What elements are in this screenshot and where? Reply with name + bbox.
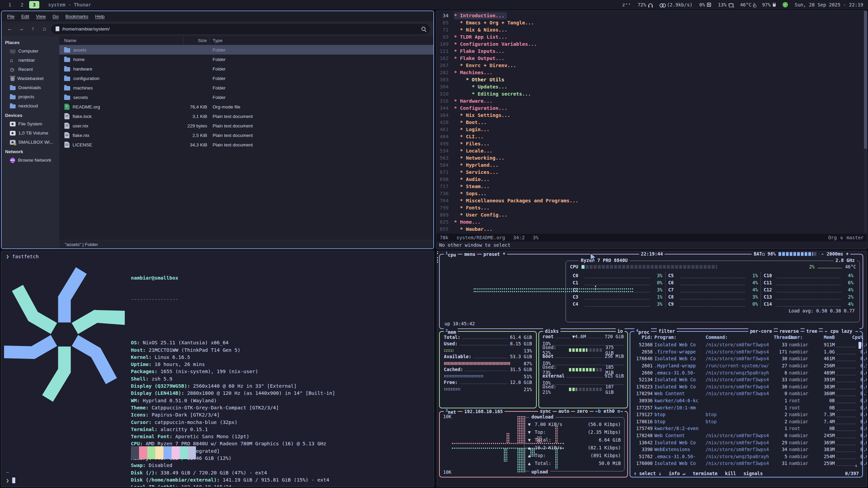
sidebar-item[interactable]: projects bbox=[2, 92, 59, 101]
org-heading-line[interactable]: 461 * Login... bbox=[436, 126, 864, 133]
org-heading-line[interactable]: 384 * Nix Settings... bbox=[436, 112, 864, 119]
file-row[interactable]: hardware Folder bbox=[59, 64, 433, 74]
idle-inhibitor-module[interactable]: zᶻᶻ bbox=[622, 2, 631, 7]
sidebar-item[interactable]: File System bbox=[2, 119, 59, 128]
per-core-button[interactable]: per-core bbox=[748, 328, 774, 334]
process-row[interactable]: 178294 Web Content /nix/store/sm8fmrf3wp… bbox=[630, 390, 862, 397]
process-row[interactable]: 52368 Isolated Web Co /nix/store/sm8fmrf… bbox=[630, 341, 862, 348]
process-row[interactable]: 176000 Isolated Web Co /nix/store/sm8fmr… bbox=[630, 460, 862, 467]
org-heading-line[interactable]: 65 * Emacs + Org + Tangle... bbox=[436, 19, 864, 26]
org-heading-line[interactable]: 855 * Waubar... bbox=[436, 226, 864, 233]
org-heading-line[interactable]: 282 * Machines... bbox=[436, 69, 864, 76]
sort-selector[interactable]: ← cpu lazy → bbox=[823, 328, 860, 334]
org-heading-line[interactable]: 584 * Hyprland... bbox=[436, 162, 864, 169]
reverse-button[interactable]: reverse bbox=[778, 328, 801, 334]
file-row[interactable]: configuration Folder bbox=[59, 74, 433, 83]
process-row[interactable]: 38936 kworker/u64:6-kc 1 root 0B 0.0 bbox=[630, 397, 862, 404]
process-row[interactable]: 2660 .emacs-31.0.50- /nix/store/wnqz5pa8… bbox=[630, 369, 862, 376]
sidebar-item[interactable]: nextcloud bbox=[2, 101, 59, 110]
org-heading-line[interactable]: 93 * TLDR App List... bbox=[436, 34, 864, 41]
workspace-button[interactable]: 3 bbox=[29, 1, 39, 8]
column-header-name[interactable]: Name bbox=[59, 36, 183, 45]
process-row[interactable]: 52134 Isolated Web Co /nix/store/sm8fmrf… bbox=[630, 376, 862, 383]
file-row[interactable]: flake.lock 3,1 KiB Plain text document bbox=[59, 111, 433, 121]
org-heading-line[interactable]: 698 * Audio... bbox=[436, 176, 864, 183]
file-row[interactable]: assets Folder bbox=[59, 45, 433, 55]
terminate-action[interactable]: terminate bbox=[693, 471, 717, 476]
file-row[interactable]: LICENSE 34,3 KiB Plain text document bbox=[59, 140, 433, 149]
process-panel-title[interactable]: 4proc bbox=[634, 328, 651, 335]
process-row[interactable]: 178248 Web Content /nix/store/sm8fmrf3wp… bbox=[630, 432, 862, 439]
select-action[interactable]: ↑ select ↓ bbox=[634, 471, 661, 476]
org-heading-line[interactable]: 764 * Miscellaneous Packages and Program… bbox=[436, 197, 864, 204]
scrollbar-thumb[interactable] bbox=[864, 11, 867, 149]
process-row[interactable]: 176646 Isolated Web Co /nix/store/sm8fmr… bbox=[630, 355, 862, 362]
process-row[interactable]: 13642 Isolated Web Co /nix/store/sm8fmrf… bbox=[630, 439, 862, 446]
org-heading-line[interactable]: 162 * Flake Output... bbox=[436, 55, 864, 62]
sidebar-item[interactable]: Recent bbox=[2, 65, 59, 74]
file-row[interactable]: user.nix 229 bytes Plain text document bbox=[59, 121, 433, 130]
process-row[interactable]: 176223 Isolated Web Co /nix/store/sm8fmr… bbox=[630, 383, 862, 390]
org-heading-line[interactable]: 825 * Home... bbox=[436, 219, 864, 226]
process-row[interactable]: 175749 kworker/6:2-even 1 root 0B 0.0 bbox=[630, 425, 862, 432]
org-heading-line[interactable]: 671 * Services... bbox=[436, 169, 864, 176]
battery-module[interactable]: 97% bbox=[762, 2, 775, 7]
temperature-module[interactable]: 46°C bbox=[740, 2, 755, 7]
org-heading-line[interactable]: 267 * Envrc + Direnv... bbox=[436, 62, 864, 69]
org-buffer[interactable]: 34 * Introduction... 65 * Emacs + Org + … bbox=[436, 12, 864, 233]
sidebar-item[interactable]: 1,0 TB Volume bbox=[2, 128, 59, 138]
memory-module[interactable]: 13% bbox=[718, 2, 733, 7]
org-heading-line[interactable]: 563 * Networking... bbox=[436, 155, 864, 162]
net-zero-button[interactable]: zero bbox=[575, 408, 590, 414]
volume-module[interactable]: 72% bbox=[637, 2, 652, 7]
file-row[interactable]: home Folder bbox=[59, 55, 433, 64]
disks-panel-title[interactable]: disks bbox=[543, 328, 560, 334]
net-sync-button[interactable]: sync bbox=[538, 408, 553, 414]
file-row[interactable]: flake.nix 2,5 KiB Plain text document bbox=[59, 130, 433, 140]
process-row[interactable]: 3390 WebExtensions /nix/store/sm8fmrf3wp… bbox=[630, 446, 862, 453]
menu-item[interactable]: Go bbox=[49, 13, 62, 20]
org-heading-line[interactable]: 809 * User Config... bbox=[436, 211, 864, 219]
org-heading-line[interactable]: 534 * Locale... bbox=[436, 147, 864, 155]
process-row[interactable]: 177257 kworker/10:1-mm_ 1 root 0B 0.0 bbox=[630, 404, 862, 411]
org-heading-line[interactable]: 303 * Other Utils bbox=[436, 76, 864, 83]
org-heading-line[interactable]: 736 * Sops... bbox=[436, 190, 864, 197]
signals-action[interactable]: signals bbox=[744, 471, 763, 476]
org-heading-line[interactable]: 121 * Flake Inputs... bbox=[436, 48, 864, 55]
sidebar-item[interactable]: Computer bbox=[2, 46, 59, 56]
preset-button[interactable]: preset * bbox=[482, 251, 507, 257]
process-row[interactable]: 178616 btop btop 2 nambiar 7.4M 0.0 bbox=[630, 418, 862, 425]
workspace-button[interactable]: 2 bbox=[17, 1, 27, 8]
org-heading-line[interactable]: 344 * Configuration... bbox=[436, 105, 864, 112]
menu-item[interactable]: Help bbox=[92, 13, 108, 20]
sidebar-item[interactable]: SMALLBOX Wi... bbox=[2, 138, 59, 147]
process-row[interactable]: 2658 .firefox-wrappe /nix/store/sm8fmrf3… bbox=[630, 348, 862, 355]
sidebar-item[interactable]: nambiar bbox=[2, 56, 59, 65]
up-button[interactable]: ↑ bbox=[28, 24, 38, 34]
filter-button[interactable]: filter bbox=[657, 328, 677, 334]
memory-panel-title[interactable]: 2mem bbox=[444, 328, 458, 335]
menu-item[interactable]: Bookmarks bbox=[62, 13, 92, 20]
org-heading-line[interactable]: 717 * Steam... bbox=[436, 183, 864, 190]
tree-button[interactable]: tree bbox=[805, 328, 819, 334]
cpu-panel-title[interactable]: 1cpu bbox=[444, 251, 458, 258]
menu-item[interactable]: Edit bbox=[18, 13, 33, 20]
kill-action[interactable]: kill bbox=[725, 471, 736, 476]
org-heading-line[interactable]: 316 * Hardware... bbox=[436, 98, 864, 105]
emacs-scrollbar[interactable] bbox=[864, 11, 867, 233]
column-header-type[interactable]: Type bbox=[210, 36, 433, 45]
menu-item[interactable]: View bbox=[33, 13, 49, 20]
cpu-module[interactable]: 0% bbox=[699, 2, 711, 7]
process-row[interactable]: 51762 .emacs-31.0.50- /nix/store/wnqz5pa… bbox=[630, 453, 862, 460]
sidebar-item[interactable]: Downloads bbox=[2, 83, 59, 92]
org-heading-line[interactable]: 71 * Nix & Nixos... bbox=[436, 26, 864, 34]
workspace-button[interactable]: 1 bbox=[5, 1, 15, 8]
search-icon[interactable] bbox=[421, 27, 426, 31]
io-mode-button[interactable]: io bbox=[616, 328, 625, 334]
net-auto-button[interactable]: auto bbox=[557, 408, 571, 414]
menu-button[interactable]: menu bbox=[462, 251, 477, 257]
org-heading-line[interactable]: 310 * Editing secrets... bbox=[436, 90, 864, 98]
org-heading-line[interactable]: 109 * Configuration Variables... bbox=[436, 41, 864, 48]
clock-module[interactable]: Sun, 28 Sep 2025 - 22:19 bbox=[795, 2, 863, 7]
update-interval-control[interactable]: - 2000ms + bbox=[820, 251, 850, 257]
